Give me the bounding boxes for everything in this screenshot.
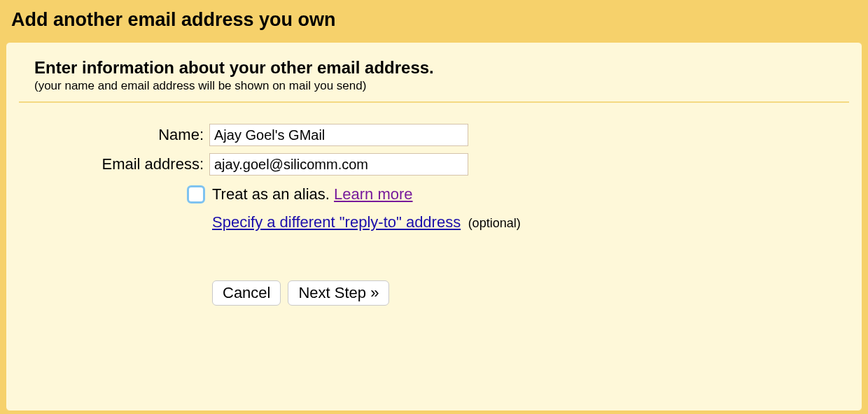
alias-row: Treat as an alias. Learn more — [6, 185, 862, 204]
info-header: Enter information about your other email… — [6, 58, 862, 101]
button-row: Cancel Next Step » — [6, 280, 862, 306]
email-label: Email address: — [6, 155, 209, 173]
name-row: Name: — [6, 124, 862, 146]
info-heading: Enter information about your other email… — [34, 58, 848, 78]
cancel-button[interactable]: Cancel — [212, 280, 281, 306]
next-step-button[interactable]: Next Step » — [288, 280, 389, 306]
form-area: Name: Email address: Treat as an alias. … — [6, 103, 862, 306]
email-row: Email address: — [6, 153, 862, 176]
name-field[interactable] — [209, 124, 468, 146]
name-label: Name: — [6, 126, 209, 144]
dialog-frame: Add another email address you own Enter … — [0, 0, 868, 414]
alias-text: Treat as an alias. — [212, 185, 334, 203]
reply-to-link[interactable]: Specify a different "reply-to" address — [212, 213, 461, 231]
learn-more-link[interactable]: Learn more — [334, 185, 413, 203]
alias-checkbox[interactable] — [187, 185, 205, 204]
email-field[interactable] — [209, 153, 468, 176]
dialog-title: Add another email address you own — [0, 0, 868, 42]
optional-label: (optional) — [468, 216, 521, 230]
dialog-panel: Enter information about your other email… — [6, 42, 862, 411]
info-subheading: (your name and email address will be sho… — [34, 79, 848, 93]
reply-to-row: Specify a different "reply-to" address (… — [6, 213, 862, 231]
